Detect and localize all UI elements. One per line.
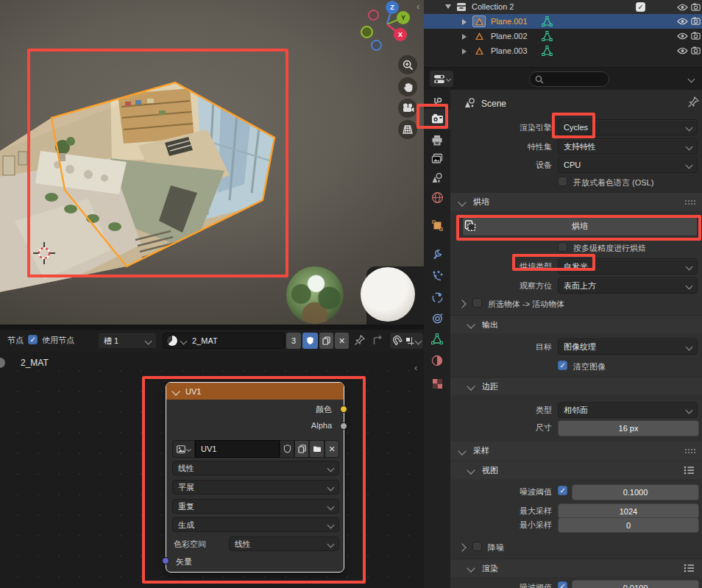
outliner-row-plane-003[interactable]: Plane.003 xyxy=(424,43,702,58)
alpha-output-socket[interactable] xyxy=(340,422,347,430)
camera-view-button[interactable] xyxy=(398,99,417,118)
tab-output[interactable] xyxy=(424,135,450,146)
collection-label[interactable]: Collection 2 xyxy=(472,2,514,11)
projection-dropdown[interactable]: 平展 xyxy=(172,480,339,495)
tab-world[interactable] xyxy=(424,191,450,204)
preset-menu-icon[interactable] xyxy=(684,466,695,475)
editor-type-button[interactable] xyxy=(430,71,453,87)
expand-arrow-icon[interactable] xyxy=(462,19,467,25)
snap-target-icon[interactable] xyxy=(405,336,414,346)
tab-tool[interactable] xyxy=(424,96,450,108)
interpolation-dropdown[interactable]: 线性 xyxy=(172,461,339,475)
tab-constraints[interactable] xyxy=(424,313,450,325)
eye-icon[interactable] xyxy=(677,47,688,54)
material-sphere-icon[interactable] xyxy=(166,335,178,347)
camera-restrict-icon[interactable] xyxy=(691,3,701,11)
image-copy-button[interactable] xyxy=(294,440,309,458)
bake-panel-header[interactable]: 烘培 xyxy=(450,193,702,211)
noise-threshold-checkbox[interactable] xyxy=(558,486,567,495)
selected-to-active-checkbox[interactable] xyxy=(472,298,482,308)
output-subpanel-header[interactable]: 输出 xyxy=(450,315,702,333)
node-sidebar-collapse-arrow[interactable]: ‹ xyxy=(414,362,417,373)
gizmo-neg-z-axis[interactable] xyxy=(371,40,382,51)
max-samples-slider[interactable]: 1024 xyxy=(558,503,699,519)
copy-material-button[interactable] xyxy=(319,333,333,349)
bake-button[interactable]: 烘培 xyxy=(462,216,698,236)
outliner-row-plane-001[interactable]: Plane.001 xyxy=(424,14,702,29)
selected-to-active-row[interactable] xyxy=(459,300,465,308)
denoise-checkbox[interactable] xyxy=(472,542,482,551)
gizmo-y-axis[interactable]: Y xyxy=(397,11,410,24)
collection-row[interactable]: Collection 2 xyxy=(424,0,702,14)
image-unlink-button[interactable]: ✕ xyxy=(325,440,339,458)
margin-size-slider[interactable]: 16 px xyxy=(558,420,699,436)
margin-subpanel-header[interactable]: 边距 xyxy=(450,377,702,395)
vector-input-socket[interactable] xyxy=(162,557,169,564)
zoom-button[interactable] xyxy=(398,55,417,74)
extension-dropdown[interactable]: 重复 xyxy=(172,499,339,514)
gizmo-z-axis[interactable]: Z xyxy=(386,1,399,14)
denoise-row[interactable] xyxy=(459,543,465,552)
feature-set-dropdown[interactable]: 支持特性 xyxy=(558,138,698,155)
material-name-field[interactable]: 2_MAT xyxy=(163,333,285,349)
render-noise-threshold-slider[interactable]: 0.0100 xyxy=(572,580,699,588)
material-users-count[interactable]: 3 xyxy=(286,333,301,349)
image-fake-user-button[interactable] xyxy=(280,440,294,458)
viewport-subpanel-header[interactable]: 视图 xyxy=(450,461,702,479)
pin-icon[interactable] xyxy=(687,96,700,109)
collection-checkbox[interactable] xyxy=(636,2,645,12)
color-output-socket[interactable] xyxy=(340,405,347,413)
tab-material[interactable] xyxy=(424,355,450,366)
node-editor-canvas[interactable]: 2_MAT ‹ UV1 颜色 Alpha UV1 xyxy=(0,352,424,588)
node-menu[interactable]: 节点 xyxy=(7,335,24,346)
eye-icon[interactable] xyxy=(677,32,688,40)
noise-threshold-slider[interactable]: 0.1000 xyxy=(572,484,699,500)
image-texture-node[interactable]: UV1 颜色 Alpha UV1 xyxy=(166,382,344,573)
tab-physics[interactable] xyxy=(424,291,450,304)
object-name[interactable]: Plane.001 xyxy=(491,17,528,26)
object-name[interactable]: Plane.002 xyxy=(491,32,528,40)
eye-icon[interactable] xyxy=(677,18,688,25)
panel-drag-handle[interactable] xyxy=(684,199,696,205)
fake-user-button[interactable] xyxy=(302,333,318,349)
node-header[interactable]: UV1 xyxy=(166,383,344,400)
pan-button[interactable] xyxy=(398,77,417,96)
camera-restrict-icon[interactable] xyxy=(691,32,701,40)
camera-restrict-icon[interactable] xyxy=(691,17,701,25)
material-slot-dropdown[interactable]: 槽 1 xyxy=(98,333,157,349)
view-from-dropdown[interactable]: 表面上方 xyxy=(558,277,698,294)
bake-type-dropdown[interactable]: 自发光 xyxy=(558,258,698,274)
multires-bake-checkbox[interactable] xyxy=(558,242,567,252)
expand-arrow-icon[interactable] xyxy=(462,34,467,40)
render-engine-dropdown[interactable]: Cycles xyxy=(558,119,698,135)
tab-texture[interactable] xyxy=(424,378,450,389)
tab-object[interactable] xyxy=(424,220,450,231)
image-browse-button[interactable] xyxy=(172,440,195,458)
eye-icon[interactable] xyxy=(677,4,688,11)
source-dropdown[interactable]: 生成 xyxy=(172,517,339,532)
min-samples-slider[interactable]: 0 xyxy=(558,517,699,533)
margin-type-dropdown[interactable]: 相邻面 xyxy=(558,402,698,418)
render-subpanel-header[interactable]: 渲染 xyxy=(450,559,702,577)
expand-arrow-icon[interactable] xyxy=(462,49,467,54)
tab-object-data[interactable] xyxy=(424,333,450,344)
device-dropdown[interactable]: CPU xyxy=(558,157,698,173)
color-space-dropdown[interactable]: 线性 xyxy=(229,536,339,551)
unlink-material-button[interactable]: ✕ xyxy=(335,333,349,349)
expand-triangle-icon[interactable] xyxy=(445,4,451,9)
image-open-button[interactable] xyxy=(309,440,325,458)
clear-image-checkbox[interactable] xyxy=(558,361,567,370)
image-name-field[interactable]: UV1 xyxy=(195,440,280,458)
parent-node-tree-icon[interactable] xyxy=(372,334,384,347)
search-input[interactable] xyxy=(529,71,609,87)
target-dropdown[interactable]: 图像纹理 xyxy=(558,339,698,355)
viewport-collapse-arrow[interactable]: ‹ xyxy=(416,1,419,12)
osl-checkbox[interactable] xyxy=(558,177,567,186)
gizmo-x-axis[interactable]: X xyxy=(394,28,407,41)
camera-restrict-icon[interactable] xyxy=(691,46,701,54)
perspective-toggle-button[interactable] xyxy=(398,120,417,139)
tab-modifiers[interactable] xyxy=(424,249,450,261)
tab-render[interactable] xyxy=(424,113,450,124)
pin-icon[interactable] xyxy=(354,334,366,347)
tab-view-layer[interactable] xyxy=(424,153,450,164)
